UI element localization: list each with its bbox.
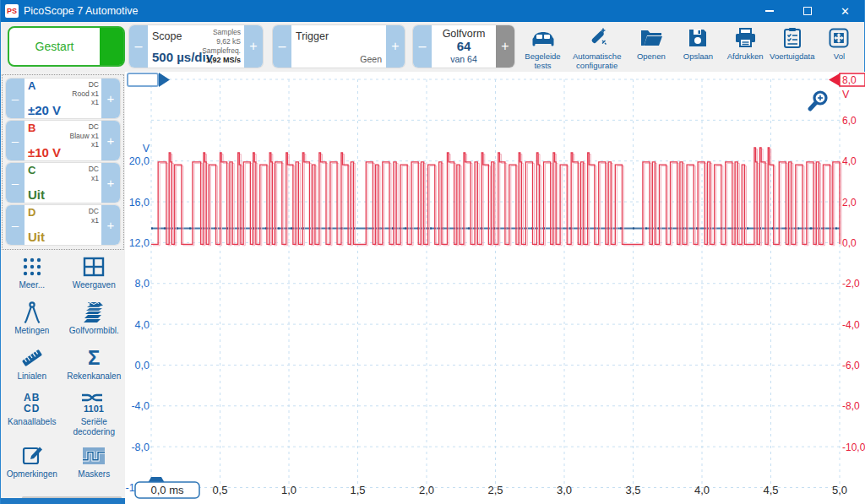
- minimize-button[interactable]: [750, 0, 788, 22]
- sidebar-tool-views[interactable]: Weergaven: [63, 253, 126, 294]
- window-controls: ✕: [750, 0, 864, 22]
- toolbar-button-vehicle-data[interactable]: Voertuigdata: [769, 25, 815, 71]
- channel-range: Uit: [28, 187, 45, 202]
- scope-plus-button[interactable]: +: [244, 25, 263, 68]
- svg-text:0,0: 0,0: [135, 360, 150, 371]
- start-button[interactable]: Gestart: [8, 26, 125, 67]
- channel-body[interactable]: D DCx1 Uit: [24, 205, 101, 245]
- svg-text:0,0 ms: 0,0 ms: [150, 484, 184, 496]
- app-window: PS PicoScope 7 Automotive ✕ Gestart – Sc…: [0, 0, 865, 504]
- sidebar: – A DCRood x1x1 ±20 V + – B DCBlauw x1x1…: [1, 72, 125, 504]
- channel-letter: D: [28, 206, 35, 219]
- svg-text:2,0: 2,0: [842, 197, 857, 209]
- channel-labels-label: Kanaallabels: [8, 417, 56, 427]
- channel-letter: A: [28, 79, 35, 92]
- channel-minus-button[interactable]: –: [6, 163, 24, 203]
- sidebar-tool-serial-decoding[interactable]: 1101 Seriële decodering: [63, 390, 126, 437]
- more-icon: [21, 253, 43, 280]
- math-channels-icon: Σ: [88, 344, 100, 371]
- channel-settings-text: DCRood x1x1: [72, 80, 99, 107]
- notes-label: Opmerkingen: [7, 469, 57, 480]
- svg-text:-6,0: -6,0: [842, 360, 860, 371]
- svg-text:4,5: 4,5: [763, 484, 778, 496]
- channel-range: ±20 V: [28, 103, 61, 117]
- sidebar-tool-more[interactable]: Meer...: [1, 253, 63, 294]
- channel-list: – A DCRood x1x1 ±20 V + – B DCBlauw x1x1…: [2, 74, 124, 250]
- toolbar-button-full[interactable]: Vol: [816, 25, 862, 71]
- toolbar-button-auto-setup[interactable]: Automatische configuratie: [567, 25, 628, 71]
- channel-minus-button[interactable]: –: [6, 79, 24, 118]
- svg-text:4,0: 4,0: [842, 155, 857, 167]
- channel-a-axis-marker[interactable]: [128, 73, 170, 87]
- svg-text:12,0: 12,0: [129, 237, 150, 249]
- scope-label: Scope: [152, 30, 182, 42]
- sidebar-tool-waveform-library[interactable]: Golfvormbibl.: [63, 299, 126, 339]
- titlebar[interactable]: PS PicoScope 7 Automotive ✕: [1, 0, 864, 22]
- channel-minus-button[interactable]: –: [6, 121, 24, 160]
- zoom-overview-icon[interactable]: [810, 92, 826, 109]
- close-button[interactable]: ✕: [826, 0, 864, 22]
- sidebar-tool-math-channels[interactable]: Σ Rekenkanalen: [63, 344, 126, 385]
- svg-text:1,5: 1,5: [350, 484, 365, 496]
- svg-text:8,0: 8,0: [842, 74, 857, 86]
- close-icon: ✕: [841, 6, 850, 17]
- channel-body[interactable]: B DCBlauw x1x1 ±10 V: [24, 121, 101, 160]
- views-label: Weergaven: [73, 280, 116, 290]
- sidebar-tools: Meer... Weergaven Metingen Golfvormbibl.…: [1, 253, 125, 483]
- svg-text:-2,0: -2,0: [842, 278, 860, 290]
- sidebar-tool-rulers[interactable]: Linialen: [1, 344, 63, 385]
- trigger-panel: – Trigger Geen +: [273, 25, 405, 68]
- math-channels-label: Rekenkanalen: [67, 371, 121, 382]
- sidebar-tool-measurements[interactable]: Metingen: [1, 299, 63, 339]
- channel-minus-button[interactable]: –: [6, 205, 24, 245]
- save-icon: [687, 25, 709, 51]
- waveform-minus-button[interactable]: –: [413, 25, 432, 68]
- svg-text:5,0: 5,0: [832, 484, 847, 496]
- trigger-time-marker[interactable]: 0,0 ms: [135, 477, 199, 498]
- waveform-panel-body[interactable]: Golfvorm 64 van 64: [432, 25, 496, 68]
- minimize-icon: [765, 10, 774, 12]
- trigger-plus-button[interactable]: +: [386, 25, 405, 68]
- waveform-label: Golfvorm: [436, 28, 492, 40]
- toolbar-button-save[interactable]: Opslaan: [675, 25, 721, 71]
- sidebar-bottom-strip: [1, 498, 125, 504]
- masks-label: Maskers: [78, 469, 110, 480]
- channel-plus-button[interactable]: +: [101, 121, 120, 160]
- channel-plus-button[interactable]: +: [101, 163, 120, 203]
- svg-text:16,0: 16,0: [129, 197, 150, 209]
- svg-text:-8,0: -8,0: [131, 442, 150, 453]
- trigger-minus-button[interactable]: –: [273, 25, 291, 68]
- serial-decoding-icon: 1101: [79, 390, 108, 417]
- sidebar-tool-channel-labels[interactable]: ABCD Kanaallabels: [1, 390, 63, 437]
- waveform-plus-button[interactable]: +: [496, 25, 514, 68]
- toolbar-button-open[interactable]: Openen: [628, 25, 674, 71]
- channel-plus-button[interactable]: +: [101, 205, 120, 245]
- waveform-library-label: Golfvormbibl.: [69, 326, 119, 336]
- svg-text:-4,0: -4,0: [842, 319, 860, 331]
- full-icon: [828, 25, 850, 51]
- full-label: Vol: [834, 51, 845, 61]
- left-axis-labels: V20,016,012,08,04,00,0-4,0-8,0-12,0: [126, 143, 150, 494]
- auto-setup-icon: [586, 25, 608, 51]
- channel-plus-button[interactable]: +: [101, 79, 120, 118]
- channel-b-axis-marker[interactable]: 8,0: [829, 73, 865, 86]
- scope-graph[interactable]: V20,016,012,08,04,00,0-4,0-8,0-12,0V6,04…: [125, 72, 865, 504]
- toolbar-button-guided-tests[interactable]: Begeleide tests: [520, 25, 566, 71]
- trigger-panel-body[interactable]: Trigger Geen: [291, 25, 386, 68]
- toolbar-buttons: Begeleide tests Automatische configurati…: [520, 25, 862, 71]
- rulers-label: Linialen: [18, 371, 46, 382]
- measurements-icon: [22, 299, 42, 326]
- measurements-label: Metingen: [14, 326, 49, 336]
- scope-minus-button[interactable]: –: [129, 25, 148, 68]
- scope-sample-info: Samples 9,62 kS Samplefreq. 1,92 MS/s: [202, 28, 241, 66]
- toolbar-button-print[interactable]: Afdrukken: [722, 25, 769, 71]
- maximize-button[interactable]: [788, 0, 826, 22]
- scope-panel-body[interactable]: Scope 500 µs/div Samples 9,62 kS Samplef…: [148, 25, 244, 68]
- vehicle-data-label: Voertuigdata: [770, 51, 814, 61]
- sidebar-tool-masks[interactable]: Maskers: [63, 442, 126, 483]
- guided-tests-icon: [530, 25, 556, 51]
- channel-body[interactable]: A DCRood x1x1 ±20 V: [24, 79, 101, 118]
- channel-body[interactable]: C DCx1 Uit: [24, 163, 101, 203]
- sidebar-tool-notes[interactable]: Opmerkingen: [1, 442, 63, 483]
- scope-panel: – Scope 500 µs/div Samples 9,62 kS Sampl…: [129, 25, 263, 68]
